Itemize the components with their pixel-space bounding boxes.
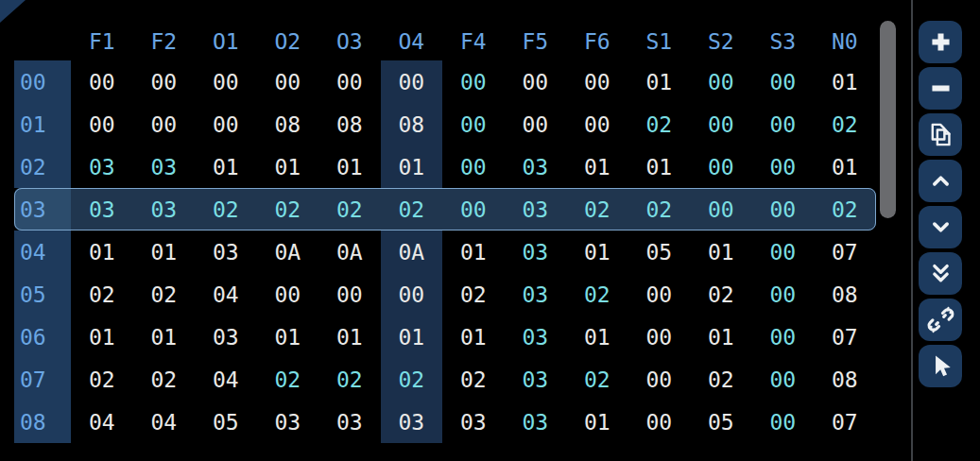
- hex-cell[interactable]: 01: [566, 401, 628, 443]
- hex-cell[interactable]: 05: [195, 401, 257, 443]
- hex-cell[interactable]: 00: [71, 103, 133, 145]
- hex-cell[interactable]: 01: [628, 60, 691, 103]
- hex-cell[interactable]: 03: [505, 188, 567, 230]
- hex-cell[interactable]: 02: [381, 358, 443, 401]
- hex-cell[interactable]: 01: [257, 316, 319, 358]
- hex-cell[interactable]: 00: [381, 60, 443, 103]
- hex-cell[interactable]: 00: [566, 60, 628, 103]
- hex-cell[interactable]: 02: [628, 103, 691, 145]
- hex-cell[interactable]: 00: [195, 103, 257, 145]
- column-header-f5[interactable]: F5: [505, 29, 567, 54]
- hex-cell[interactable]: 00: [628, 358, 691, 401]
- hex-cell[interactable]: 03: [505, 358, 567, 401]
- hex-cell[interactable]: 01: [566, 316, 628, 358]
- hex-cell[interactable]: 02: [133, 273, 196, 316]
- hex-cell[interactable]: 0A: [381, 230, 443, 273]
- hex-cell[interactable]: 02: [442, 358, 505, 401]
- column-header-f2[interactable]: F2: [133, 29, 196, 54]
- hex-cell[interactable]: 00: [752, 316, 815, 358]
- row-label[interactable]: 01: [14, 103, 71, 145]
- table-row-02[interactable]: 0203030101010100030101000001: [14, 145, 876, 188]
- hex-cell[interactable]: 07: [814, 316, 876, 358]
- hex-cell[interactable]: 00: [752, 401, 815, 443]
- hex-cell[interactable]: 05: [690, 401, 752, 443]
- hex-cell[interactable]: 01: [318, 316, 381, 358]
- unlink-button[interactable]: [919, 299, 962, 341]
- hex-cell[interactable]: 08: [381, 103, 443, 145]
- move-up-button[interactable]: [919, 160, 962, 202]
- hex-cell[interactable]: 02: [195, 188, 257, 230]
- hex-cell[interactable]: 03: [381, 401, 443, 443]
- table-row-00[interactable]: 0000000000000000000001000001: [14, 60, 876, 103]
- hex-cell[interactable]: 00: [690, 60, 752, 103]
- hex-cell[interactable]: 01: [71, 230, 133, 273]
- hex-cell[interactable]: 01: [442, 316, 505, 358]
- hex-cell[interactable]: 00: [752, 145, 815, 188]
- hex-cell[interactable]: 01: [133, 230, 196, 273]
- hex-cell[interactable]: 00: [133, 60, 196, 103]
- vertical-scrollbar-thumb[interactable]: [880, 21, 896, 218]
- hex-cell[interactable]: 01: [814, 60, 876, 103]
- hex-cell[interactable]: 00: [442, 188, 505, 230]
- table-row-01[interactable]: 0100000008080800000002000002: [14, 103, 876, 145]
- hex-cell[interactable]: 03: [195, 316, 257, 358]
- hex-cell[interactable]: 03: [442, 401, 505, 443]
- column-header-f4[interactable]: F4: [442, 29, 505, 54]
- hex-cell[interactable]: 07: [814, 401, 876, 443]
- hex-cell[interactable]: 01: [195, 145, 257, 188]
- row-label[interactable]: 04: [14, 230, 71, 273]
- hex-cell[interactable]: 01: [566, 145, 628, 188]
- hex-cell[interactable]: 03: [257, 401, 319, 443]
- row-label[interactable]: 03: [14, 188, 71, 230]
- hex-cell[interactable]: 04: [195, 358, 257, 401]
- hex-cell[interactable]: 03: [505, 145, 567, 188]
- hex-cell[interactable]: 00: [752, 188, 815, 230]
- hex-cell[interactable]: 05: [628, 230, 691, 273]
- hex-cell[interactable]: 08: [814, 358, 876, 401]
- column-header-o3[interactable]: O3: [318, 29, 381, 54]
- hex-cell[interactable]: 00: [71, 60, 133, 103]
- hex-cell[interactable]: 00: [566, 103, 628, 145]
- hex-cell[interactable]: 08: [318, 103, 381, 145]
- hex-cell[interactable]: 03: [133, 145, 196, 188]
- column-header-o4[interactable]: O4: [381, 29, 443, 54]
- table-row-04[interactable]: 040101030A0A0A01030105010007: [14, 230, 876, 273]
- hex-cell[interactable]: 0A: [257, 230, 319, 273]
- hex-cell[interactable]: 00: [318, 60, 381, 103]
- hex-cell[interactable]: 00: [505, 103, 567, 145]
- hex-cell[interactable]: 01: [133, 316, 196, 358]
- column-header-o1[interactable]: O1: [195, 29, 257, 54]
- hex-cell[interactable]: 00: [690, 145, 752, 188]
- hex-cell[interactable]: 01: [442, 230, 505, 273]
- hex-cell[interactable]: 01: [71, 316, 133, 358]
- hex-cell[interactable]: 02: [566, 273, 628, 316]
- table-row-05[interactable]: 0502020400000002030200020008: [14, 273, 876, 316]
- hex-cell[interactable]: 03: [71, 188, 133, 230]
- hex-cell[interactable]: 00: [752, 273, 815, 316]
- column-header-o2[interactable]: O2: [257, 29, 319, 54]
- column-header-f1[interactable]: F1: [71, 29, 133, 54]
- column-header-n0[interactable]: N0: [814, 29, 876, 54]
- column-header-s1[interactable]: S1: [628, 29, 691, 54]
- hex-cell[interactable]: 04: [133, 401, 196, 443]
- hex-cell[interactable]: 02: [814, 103, 876, 145]
- hex-cell[interactable]: 02: [628, 188, 691, 230]
- hex-cell[interactable]: 00: [442, 60, 505, 103]
- hex-cell[interactable]: 03: [505, 230, 567, 273]
- row-label[interactable]: 02: [14, 145, 71, 188]
- hex-cell[interactable]: 00: [752, 358, 815, 401]
- hex-cell[interactable]: 00: [752, 230, 815, 273]
- hex-cell[interactable]: 07: [814, 230, 876, 273]
- hex-cell[interactable]: 02: [318, 358, 381, 401]
- hex-cell[interactable]: 00: [442, 145, 505, 188]
- hex-cell[interactable]: 00: [257, 60, 319, 103]
- row-label[interactable]: 08: [14, 401, 71, 443]
- hex-cell[interactable]: 04: [71, 401, 133, 443]
- hex-cell[interactable]: 03: [71, 145, 133, 188]
- hex-cell[interactable]: 02: [690, 358, 752, 401]
- hex-cell[interactable]: 03: [505, 401, 567, 443]
- hex-cell[interactable]: 01: [690, 230, 752, 273]
- hex-cell[interactable]: 02: [318, 188, 381, 230]
- hex-cell[interactable]: 02: [442, 273, 505, 316]
- column-header-f6[interactable]: F6: [566, 29, 628, 54]
